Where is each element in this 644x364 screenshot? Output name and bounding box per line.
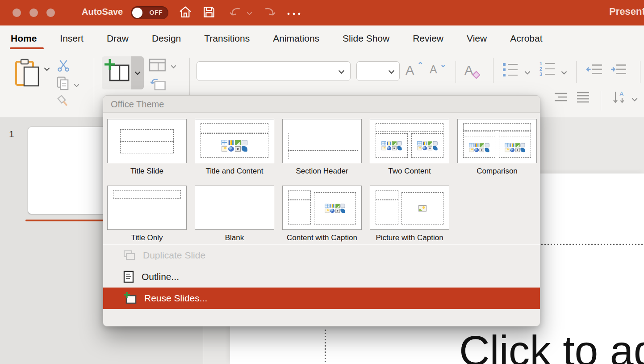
title-placeholder-text[interactable]: Click to ad bbox=[459, 326, 644, 364]
paste-icon[interactable] bbox=[13, 58, 41, 91]
toggle-knob bbox=[132, 8, 142, 18]
minimize-button[interactable] bbox=[29, 8, 38, 17]
font-name-select[interactable] bbox=[197, 61, 351, 81]
active-tab-underline bbox=[10, 47, 44, 49]
zoom-button[interactable] bbox=[46, 8, 55, 17]
content-icons bbox=[505, 143, 525, 152]
line-spacing-icon[interactable]: A bbox=[612, 90, 627, 107]
paste-chevron-icon[interactable] bbox=[44, 65, 50, 73]
increase-font-size-icon[interactable]: A⌃ bbox=[406, 63, 414, 78]
title-placeholder-top-border bbox=[541, 244, 644, 245]
home-icon[interactable] bbox=[178, 5, 192, 21]
ribbon-divider bbox=[456, 61, 456, 83]
menu-item-reuse-slides[interactable]: Reuse Slides... bbox=[103, 288, 540, 309]
redo-icon[interactable] bbox=[261, 5, 276, 21]
layout-thumbnail[interactable] bbox=[370, 186, 449, 230]
content-icons bbox=[222, 140, 247, 152]
menu-item-outline[interactable]: Outline... bbox=[103, 266, 540, 288]
slide-layout-icon[interactable] bbox=[149, 59, 166, 74]
new-slide-icon bbox=[104, 59, 131, 87]
ribbon-divider bbox=[640, 61, 640, 83]
ribbon-tab-bar: Home Insert Draw Design Transitions Anim… bbox=[0, 25, 644, 51]
ribbon-divider bbox=[493, 58, 493, 83]
reuse-slides-icon bbox=[123, 292, 137, 305]
layout-content-with-caption[interactable]: Content with Caption bbox=[282, 186, 362, 242]
close-button[interactable] bbox=[13, 8, 21, 17]
decrease-font-size-icon[interactable]: A⌄ bbox=[430, 63, 437, 76]
layout-thumbnail[interactable] bbox=[107, 119, 187, 163]
decrease-indent-icon[interactable] bbox=[586, 63, 603, 78]
tab-transitions[interactable]: Transitions bbox=[204, 33, 250, 44]
align-right-icon[interactable] bbox=[553, 92, 568, 105]
layout-section-header[interactable]: Section Header bbox=[282, 119, 362, 176]
layout-thumbnail[interactable] bbox=[282, 119, 362, 163]
layout-title-slide[interactable]: Title Slide bbox=[107, 119, 187, 176]
layout-thumbnail[interactable] bbox=[107, 186, 187, 230]
numbering-icon[interactable]: 1 2 3 bbox=[539, 62, 555, 78]
office-theme-header: Office Theme bbox=[103, 96, 540, 113]
cut-icon[interactable] bbox=[57, 59, 70, 74]
layout-thumbnail[interactable] bbox=[195, 186, 274, 230]
layout-title-and-content[interactable]: Title and Content bbox=[195, 119, 274, 176]
new-slide-menu: Office Theme Title Slide bbox=[103, 95, 540, 326]
copy-chevron-icon[interactable] bbox=[74, 81, 79, 89]
layout-thumbnail[interactable] bbox=[195, 119, 274, 163]
font-size-select[interactable] bbox=[356, 61, 400, 81]
tab-review[interactable]: Review bbox=[413, 33, 443, 44]
tab-animations[interactable]: Animations bbox=[273, 33, 319, 44]
tab-acrobat[interactable]: Acrobat bbox=[510, 33, 542, 44]
window-title: Present bbox=[609, 6, 644, 17]
bullets-chevron-icon[interactable] bbox=[524, 68, 531, 76]
titlebar: AutoSave OFF Present bbox=[0, 0, 644, 25]
layout-gallery: Title Slide Title and Content bbox=[103, 113, 540, 242]
bullets-icon[interactable] bbox=[503, 63, 518, 79]
layout-thumbnail[interactable] bbox=[282, 186, 362, 230]
clear-formatting-icon[interactable]: A bbox=[464, 63, 473, 78]
layout-thumbnail[interactable] bbox=[457, 119, 537, 163]
ribbon-divider bbox=[94, 58, 94, 112]
selected-slide-indicator bbox=[25, 220, 113, 221]
title-placeholder-left-border bbox=[325, 330, 326, 364]
layout-title-only[interactable]: Title Only bbox=[107, 186, 187, 242]
powerpoint-window: AutoSave OFF Present Home Insert Draw De… bbox=[0, 0, 644, 364]
layout-picture-with-caption[interactable]: Picture with Caption bbox=[370, 186, 449, 242]
more-commands-icon[interactable] bbox=[286, 10, 301, 18]
layout-blank[interactable]: Blank bbox=[195, 186, 274, 242]
tab-home[interactable]: Home bbox=[11, 33, 37, 44]
content-icons bbox=[469, 143, 489, 152]
numbering-chevron-icon[interactable] bbox=[561, 68, 567, 76]
autosave-label: AutoSave bbox=[82, 7, 123, 17]
tab-design[interactable]: Design bbox=[152, 33, 181, 44]
layout-chevron-icon[interactable] bbox=[171, 62, 176, 70]
tab-draw[interactable]: Draw bbox=[107, 33, 129, 44]
layout-two-content[interactable]: Two Content bbox=[370, 119, 449, 176]
content-icons bbox=[417, 141, 437, 150]
tab-slide-show[interactable]: Slide Show bbox=[343, 33, 389, 44]
tab-insert[interactable]: Insert bbox=[60, 33, 84, 44]
slide-number: 1 bbox=[9, 129, 14, 140]
layout-comparison[interactable]: Comparison bbox=[457, 119, 537, 176]
picture-icon bbox=[418, 205, 427, 212]
new-slide-dropdown-button[interactable] bbox=[131, 56, 144, 89]
line-spacing-chevron-icon[interactable] bbox=[631, 95, 638, 103]
save-icon[interactable] bbox=[202, 5, 216, 21]
copy-icon[interactable] bbox=[56, 76, 71, 93]
layout-thumbnail[interactable] bbox=[370, 119, 449, 163]
ribbon-divider bbox=[576, 61, 577, 83]
undo-chevron-icon[interactable] bbox=[247, 9, 252, 17]
justify-icon[interactable] bbox=[575, 91, 590, 106]
increase-indent-icon[interactable] bbox=[610, 63, 627, 78]
format-painter-icon[interactable] bbox=[56, 94, 71, 111]
autosave-toggle[interactable]: OFF bbox=[131, 6, 168, 19]
outline-icon bbox=[123, 271, 134, 283]
menu-item-duplicate-slide: Duplicate Slide bbox=[103, 245, 540, 266]
tab-view[interactable]: View bbox=[467, 33, 487, 44]
content-icons bbox=[325, 204, 345, 213]
undo-icon[interactable] bbox=[229, 5, 244, 21]
svg-text:A: A bbox=[619, 90, 624, 97]
reset-layout-icon[interactable] bbox=[150, 77, 166, 94]
ribbon-divider bbox=[601, 91, 601, 110]
autosave-state: OFF bbox=[150, 9, 163, 16]
new-slide-button[interactable] bbox=[102, 56, 131, 89]
content-icons bbox=[382, 141, 402, 150]
